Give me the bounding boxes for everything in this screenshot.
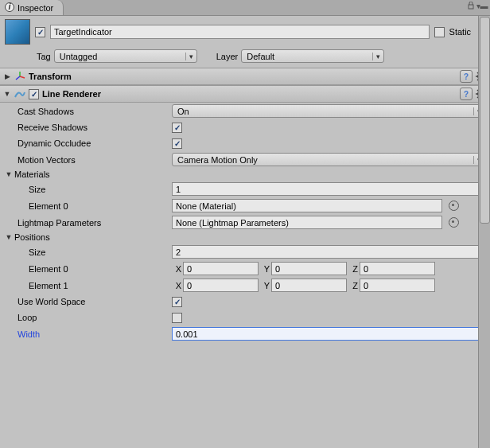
cast-shadows-label: Cast Shadows [18,107,169,116]
positions-element-1-row: Element 1 X Y Z [0,277,490,294]
tag-dropdown[interactable]: Untagged [54,49,197,63]
width-label: Width [18,329,169,339]
motion-vectors-dropdown[interactable]: Camera Motion Only [172,153,485,166]
static-label: Static [449,27,472,37]
lightmap-params-picker[interactable] [449,217,459,228]
materials-foldout[interactable]: ▼ [5,170,13,178]
positions-size-row: Size [0,243,490,260]
gameobject-icon[interactable] [5,19,30,45]
positions-element-0-row: Element 0 X Y Z [0,260,490,277]
materials-size-input[interactable] [172,182,485,196]
transform-help-icon[interactable]: ? [460,70,472,83]
positions-element-0-label: Element 0 [29,264,169,274]
line-renderer-enabled-checkbox[interactable] [29,89,39,99]
loop-row: Loop [0,310,490,325]
lightmap-params-field[interactable]: None (Lightmap Parameters) [172,216,442,229]
tag-label: Tag [37,52,51,61]
materials-size-label: Size [29,185,169,194]
vertical-scrollbar[interactable] [478,16,490,448]
positions-element-0-z-input[interactable] [360,262,435,275]
gameobject-header: Static ▼ [0,16,490,48]
line-renderer-help-icon[interactable]: ? [460,88,472,100]
tag-layer-row: Tag Untagged Layer Default [0,48,490,68]
dynamic-occludee-row: Dynamic Occludee [0,135,490,151]
positions-label: Positions [14,232,50,242]
materials-element-0-picker[interactable] [449,201,459,211]
motion-vectors-row: Motion Vectors Camera Motion Only [0,151,490,168]
transform-icon [14,71,25,82]
dynamic-occludee-label: Dynamic Occludee [18,138,169,148]
receive-shadows-label: Receive Shadows [18,123,169,132]
transform-header[interactable]: ▶ Transform ? [0,68,490,85]
y-label: Y [260,281,270,290]
line-renderer-foldout[interactable]: ▼ [3,90,11,98]
svg-line-5 [16,76,20,80]
positions-element-1-label: Element 1 [29,281,169,290]
materials-size-row: Size [0,181,490,197]
lightmap-params-row: Lightmap Parameters None (Lightmap Param… [0,214,490,231]
positions-size-label: Size [29,247,169,257]
width-row: Width [0,325,490,342]
dynamic-occludee-checkbox[interactable] [172,138,182,149]
transform-foldout[interactable]: ▶ [3,72,11,80]
line-renderer-title: Line Renderer [42,89,457,99]
scrollbar-thumb[interactable] [480,17,490,224]
layer-dropdown[interactable]: Default [241,49,384,63]
materials-label: Materials [14,169,50,179]
y-label: Y [260,264,270,274]
use-world-space-checkbox[interactable] [172,297,182,307]
positions-element-1-z-input[interactable] [360,279,435,292]
use-world-space-label: Use World Space [18,297,169,306]
receive-shadows-checkbox[interactable] [172,123,182,133]
use-world-space-row: Use World Space [0,294,490,310]
materials-group-header[interactable]: ▼ Materials [0,168,490,181]
positions-element-1-y-input[interactable] [271,279,347,292]
width-input[interactable] [172,327,485,341]
motion-vectors-label: Motion Vectors [18,155,169,165]
tab-bar: i Inspector ▾▬ [0,0,490,16]
line-renderer-icon [14,88,25,99]
loop-label: Loop [18,313,169,322]
positions-size-input[interactable] [172,245,485,259]
x-label: X [172,264,181,274]
cast-shadows-row: Cast Shadows On [0,103,490,119]
info-icon: i [5,2,14,14]
positions-element-0-x-input[interactable] [183,262,259,275]
gameobject-active-checkbox[interactable] [35,27,45,37]
receive-shadows-row: Receive Shadows [0,119,490,135]
transform-title: Transform [29,72,457,81]
svg-line-4 [20,76,25,78]
x-label: X [172,281,181,290]
cast-shadows-dropdown[interactable]: On [172,104,485,118]
window-menu-icon[interactable]: ▾▬ [478,2,486,10]
z-label: Z [348,281,358,290]
positions-foldout[interactable]: ▼ [5,233,13,241]
layer-label: Layer [216,52,239,61]
positions-element-0-y-input[interactable] [271,262,347,275]
lock-icon[interactable] [467,2,475,10]
materials-element-0-label: Element 0 [29,201,169,211]
inspector-tab[interactable]: i Inspector [0,0,64,15]
lightmap-params-label: Lightmap Parameters [18,218,169,228]
z-label: Z [348,264,358,274]
materials-element-0-field[interactable]: None (Material) [172,199,442,212]
positions-group-header[interactable]: ▼ Positions [0,231,490,243]
gameobject-name-input[interactable] [50,25,430,39]
positions-element-1-x-input[interactable] [183,279,259,292]
svg-rect-2 [469,5,473,9]
loop-checkbox[interactable] [172,313,182,323]
static-checkbox[interactable] [434,27,445,37]
line-renderer-header[interactable]: ▼ Line Renderer ? [0,85,490,103]
materials-element-0-row: Element 0 None (Material) [0,197,490,214]
tab-title: Inspector [18,3,53,13]
